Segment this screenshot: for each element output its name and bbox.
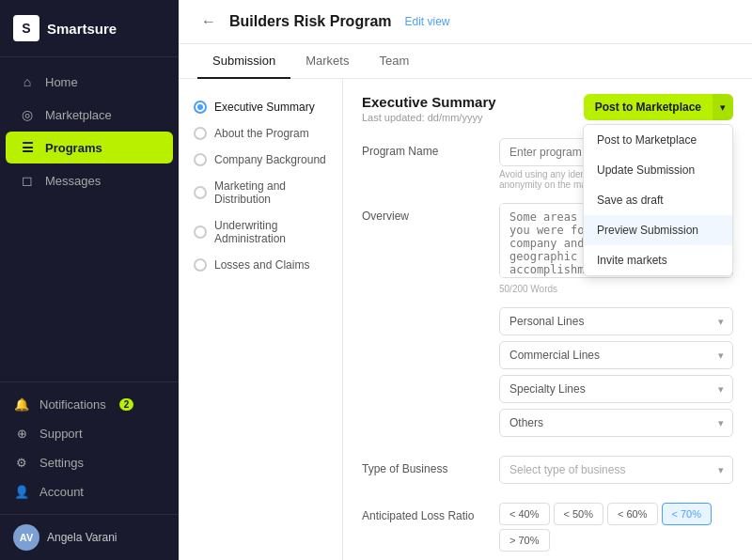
radio-dot-company-background — [194, 153, 207, 166]
loss-ratio-row: Anticipated Loss Ratio < 40% < 50% < 60%… — [362, 503, 733, 552]
back-button[interactable]: ← — [197, 11, 220, 32]
section-nav-item-underwriting-admin[interactable]: Underwriting Administration — [186, 212, 335, 252]
settings-icon: ⚙ — [13, 456, 30, 470]
form-title: Executive Summary — [362, 94, 496, 110]
program-name-label: Program Name — [362, 138, 484, 158]
form-title-group: Executive Summary Last updated: dd/mm/yy… — [362, 94, 496, 123]
tabs-bar: Submission Markets Team — [179, 44, 752, 79]
logo-row: S Smartsure — [0, 0, 179, 57]
sidebar-item-marketplace[interactable]: ◎ Marketplace — [6, 99, 173, 131]
support-label: Support — [39, 427, 83, 441]
commercial-lines-select[interactable]: Commercial Lines — [499, 341, 733, 369]
form-header: Executive Summary Last updated: dd/mm/yy… — [362, 94, 733, 123]
radio-dot-losses — [194, 258, 207, 272]
others-wrapper: Others ▾ — [499, 409, 733, 437]
section-nav: Executive Summary About the Program Comp… — [179, 79, 343, 560]
section-nav-label: Losses and Claims — [214, 258, 309, 272]
brand-name: Smartsure — [47, 21, 117, 37]
sidebar-item-support[interactable]: ⊕ Support — [0, 419, 179, 448]
radio-dot-executive-summary — [194, 101, 207, 114]
tab-submission[interactable]: Submission — [197, 44, 290, 79]
header: ← Builders Risk Program Edit view — [179, 0, 752, 44]
page-title: Builders Risk Program — [229, 13, 392, 30]
dropdown-item-preview-submission[interactable]: Preview Submission — [584, 215, 732, 245]
sidebar-item-label: Marketplace — [45, 108, 112, 122]
section-nav-label: Executive Summary — [214, 101, 315, 114]
type-of-business-control: Select type of business ▾ — [499, 456, 733, 490]
sidebar-item-label: Programs — [45, 141, 102, 155]
sidebar-item-home[interactable]: ⌂ Home — [6, 66, 173, 98]
dropdown-menu: Post to Marketplace Update Submission Sa… — [583, 124, 733, 276]
settings-label: Settings — [39, 456, 84, 470]
sidebar-item-messages[interactable]: ◻ Messages — [6, 164, 173, 196]
type-of-business-row: Type of Business Select type of business… — [362, 456, 733, 490]
marketplace-icon: ◎ — [19, 107, 36, 122]
radio-dot-about-program — [194, 127, 207, 140]
post-to-marketplace-button[interactable]: Post to Marketplace — [584, 94, 713, 120]
dropdown-item-save-draft[interactable]: Save as draft — [584, 185, 732, 215]
user-name: Angela Varani — [47, 531, 118, 544]
specialty-lines-wrapper: Specialty Lines ▾ — [499, 375, 733, 403]
sidebar-bottom: 🔔 Notifications 2 ⊕ Support ⚙ Settings 👤… — [0, 381, 179, 514]
dropdown-item-invite-markets[interactable]: Invite markets — [584, 245, 732, 275]
post-dropdown-toggle[interactable]: ▾ — [713, 94, 733, 120]
notification-icon: 🔔 — [13, 397, 30, 412]
sidebar-item-programs[interactable]: ☰ Programs — [6, 132, 173, 163]
sidebar-item-account[interactable]: 👤 Account — [0, 477, 179, 506]
user-row: AV Angela Varani — [0, 514, 179, 560]
overview-label: Overview — [362, 203, 484, 223]
personal-lines-select[interactable]: Personal Lines — [499, 307, 733, 335]
others-select[interactable]: Others — [499, 409, 733, 437]
avatar: AV — [13, 524, 39, 551]
loss-ratio-lt40[interactable]: < 40% — [499, 503, 550, 525]
section-nav-item-losses-claims[interactable]: Losses and Claims — [186, 252, 335, 278]
loss-ratio-control: < 40% < 50% < 60% < 70% > 70% — [499, 503, 733, 552]
lines-row: Personal Lines ▾ Commercial Lines ▾ Spec… — [362, 307, 733, 443]
specialty-lines-select[interactable]: Specialty Lines — [499, 375, 733, 403]
sidebar-item-label: Messages — [45, 174, 101, 188]
section-nav-label: About the Program — [214, 127, 309, 140]
home-icon: ⌂ — [19, 74, 36, 89]
sidebar-nav: ⌂ Home ◎ Marketplace ☰ Programs ◻ Messag… — [0, 57, 179, 381]
sidebar: S Smartsure ⌂ Home ◎ Marketplace ☰ Progr… — [0, 0, 179, 560]
tab-markets[interactable]: Markets — [290, 44, 364, 79]
loss-ratio-lt50[interactable]: < 50% — [554, 503, 604, 525]
account-icon: 👤 — [13, 485, 30, 499]
section-nav-label: Underwriting Administration — [214, 219, 327, 245]
section-nav-item-executive-summary[interactable]: Executive Summary — [186, 94, 335, 120]
main-content: ← Builders Risk Program Edit view Submis… — [179, 0, 752, 560]
loss-ratio-label: Anticipated Loss Ratio — [362, 503, 484, 522]
loss-ratio-lt60[interactable]: < 60% — [607, 503, 658, 525]
sidebar-item-label: Home — [45, 75, 78, 89]
sidebar-item-notifications[interactable]: 🔔 Notifications 2 — [0, 390, 179, 419]
type-of-business-select[interactable]: Select type of business — [499, 456, 733, 484]
loss-ratio-toggle-group: < 40% < 50% < 60% < 70% > 70% — [499, 503, 733, 552]
form-area: Executive Summary Last updated: dd/mm/yy… — [343, 79, 752, 560]
logo-icon: S — [13, 15, 39, 41]
programs-icon: ☰ — [19, 140, 36, 155]
section-nav-item-marketing-distribution[interactable]: Marketing and Distribution — [186, 173, 335, 212]
section-nav-label: Company Background — [214, 153, 326, 166]
type-of-business-wrapper: Select type of business ▾ — [499, 456, 733, 484]
edit-view-button[interactable]: Edit view — [405, 15, 450, 28]
messages-icon: ◻ — [19, 173, 36, 188]
content-area: Executive Summary About the Program Comp… — [179, 79, 752, 560]
lines-label — [362, 307, 484, 314]
loss-ratio-lt70[interactable]: < 70% — [662, 503, 713, 525]
section-nav-item-about-program[interactable]: About the Program — [186, 120, 335, 147]
support-icon: ⊕ — [13, 427, 30, 441]
post-btn-group: Post to Marketplace ▾ Post to Marketplac… — [584, 94, 733, 120]
lines-control: Personal Lines ▾ Commercial Lines ▾ Spec… — [499, 307, 733, 443]
radio-dot-underwriting — [194, 226, 207, 239]
section-nav-item-company-background[interactable]: Company Background — [186, 147, 335, 173]
account-label: Account — [39, 485, 84, 499]
type-of-business-label: Type of Business — [362, 456, 484, 475]
tab-team[interactable]: Team — [364, 44, 424, 79]
radio-dot-marketing — [194, 186, 207, 199]
dropdown-item-update-submission[interactable]: Update Submission — [584, 155, 732, 185]
loss-ratio-gt70[interactable]: > 70% — [499, 529, 550, 552]
sidebar-item-settings[interactable]: ⚙ Settings — [0, 448, 179, 477]
dropdown-item-post-marketplace[interactable]: Post to Marketplace — [584, 125, 732, 155]
personal-lines-wrapper: Personal Lines ▾ — [499, 307, 733, 335]
commercial-lines-wrapper: Commercial Lines ▾ — [499, 341, 733, 369]
